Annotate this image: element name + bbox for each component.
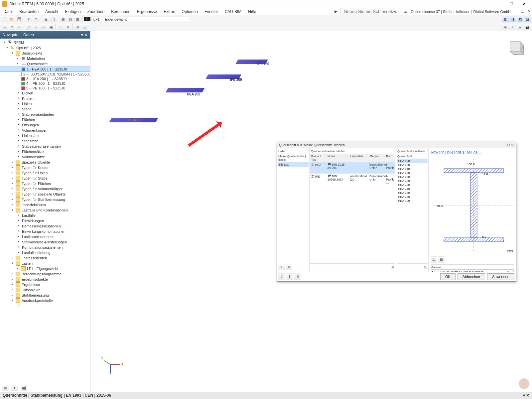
qs-item[interactable]: HEA 100 bbox=[397, 159, 428, 163]
tree-group[interactable]: Typen für Flächen bbox=[22, 182, 51, 186]
mdi-close-icon[interactable]: ✕ bbox=[528, 9, 531, 14]
tree-item[interactable]: Flächen bbox=[22, 118, 35, 122]
menu-hilfe[interactable]: Hilfe bbox=[246, 9, 258, 15]
tool-redo-icon[interactable]: ↷ bbox=[33, 16, 40, 23]
tree-tail-item[interactable]: Ergebnisobjekte bbox=[22, 277, 48, 281]
qs-item[interactable]: HEA 120 bbox=[397, 163, 428, 167]
tree-tail-item[interactable]: Hilfsobjekte bbox=[22, 288, 41, 292]
tree-group[interactable]: Typen für spezielle Objekte bbox=[22, 192, 66, 196]
tool-solid-icon[interactable]: ▣ bbox=[48, 24, 54, 31]
tool-grid-icon[interactable]: ▩ bbox=[74, 16, 81, 23]
tree-lasten[interactable]: Lasten bbox=[22, 261, 33, 265]
tree-model[interactable]: Opti.rf6* | 2025 bbox=[16, 46, 41, 50]
ok-button[interactable]: OK bbox=[440, 273, 456, 280]
tool-copy-icon[interactable]: 📋 bbox=[50, 16, 57, 23]
tree-item[interactable]: Stabsätze bbox=[22, 139, 38, 143]
tool-view3-icon[interactable]: ◩ bbox=[517, 16, 523, 23]
tool-moment-icon[interactable]: ↻ bbox=[65, 24, 71, 31]
tool-open-icon[interactable]: 📂 bbox=[9, 16, 15, 23]
tool-view1-icon[interactable]: ◧ bbox=[502, 16, 509, 23]
assistant-avatar[interactable] bbox=[518, 378, 530, 390]
tree-item[interactable]: Stabrepräsentanten bbox=[22, 112, 54, 116]
mdi-minimize-icon[interactable]: — bbox=[514, 10, 518, 14]
tool-member-icon[interactable]: ＝ bbox=[33, 24, 40, 31]
menu-datei[interactable]: Datei bbox=[1, 9, 15, 15]
dlg-qs-del-icon[interactable]: ✕ bbox=[424, 265, 427, 269]
viewport-3d[interactable]: HEA 300 HEA 200 IPE 200 IPE 180 XYZ -Y-X… bbox=[90, 31, 532, 392]
dlg-settings-icon[interactable]: ⚙ bbox=[294, 273, 301, 280]
menu-zuordnen[interactable]: Zuordnen bbox=[85, 9, 106, 15]
dlg-list-add-icon[interactable]: + bbox=[278, 264, 285, 270]
qs-item[interactable]: HEA 180 bbox=[397, 175, 428, 179]
tree-querschnitte[interactable]: Querschnitte bbox=[27, 62, 48, 66]
tree-group[interactable]: Typen für Stahlbemessung bbox=[22, 198, 65, 201]
menu-bearbeiten[interactable]: Bearbeiten bbox=[17, 9, 41, 15]
nav-eye-icon[interactable]: 👁 bbox=[11, 385, 18, 391]
tool-axes-icon[interactable]: ✛ bbox=[509, 24, 516, 31]
minimize-button[interactable]: — bbox=[493, 1, 505, 7]
dialog-grid-row[interactable]: 工 HEA 🏴 DIN 1025-3:1994-… Europäische Un… bbox=[310, 162, 395, 174]
tree-group[interactable]: Typen für Linien bbox=[22, 171, 48, 175]
tree-item[interactable]: Stäbe bbox=[22, 107, 32, 111]
tree-lf-item[interactable]: Einwirkungskombinationen bbox=[22, 229, 66, 233]
tool-scale-icon[interactable]: ⤢ bbox=[16, 24, 23, 31]
tree-lf-item[interactable]: Einwirkungen bbox=[22, 219, 44, 223]
dlg-list-del-icon[interactable]: ✕ bbox=[286, 264, 292, 270]
tree-lf1[interactable]: LF1 - Eigengewicht bbox=[27, 267, 58, 271]
tool-rotate-icon[interactable]: ⟳ bbox=[9, 24, 15, 31]
qs-item[interactable]: HEA 300 bbox=[397, 199, 428, 203]
search-input[interactable] bbox=[340, 8, 400, 15]
menu-ansicht[interactable]: Ansicht bbox=[43, 9, 60, 15]
tool-move-icon[interactable]: ↔ bbox=[1, 24, 8, 31]
tree-group[interactable]: Imperfektionen bbox=[22, 203, 46, 207]
menu-einfuegen[interactable]: Einfügen bbox=[63, 9, 82, 15]
tree-section-1[interactable]: 1 - HEA 300 | 1 - S235J0 bbox=[27, 67, 67, 71]
tree-section-5[interactable]: 5 - IPE 180 | 1 - S235J0 bbox=[26, 86, 65, 90]
tree-tail-item[interactable]: Ausdruckprotokolle bbox=[22, 299, 53, 303]
tree-group[interactable]: Typen für Knoten bbox=[22, 166, 50, 170]
panel-close-icon[interactable]: ✕ bbox=[526, 393, 529, 398]
tree-lf-item[interactable]: Lastfallbeziehung bbox=[22, 251, 51, 255]
tree-tail-item[interactable]: Stahlbemessung bbox=[22, 293, 49, 297]
tree-item[interactable]: Liniensätze bbox=[22, 134, 41, 138]
tool-results-icon[interactable]: 📊 bbox=[81, 24, 88, 31]
tree-item[interactable]: Volumenkörper bbox=[22, 128, 47, 132]
tree-lf-item[interactable]: Bemessungssituationen bbox=[22, 224, 61, 228]
tool-snap-icon[interactable]: ⊕ bbox=[502, 24, 509, 31]
tree-tail-item[interactable]: Berechnungsdiagramme bbox=[22, 272, 62, 276]
tree-tail-item[interactable]: Ergebnisse bbox=[22, 283, 40, 287]
qs-item[interactable]: HEA 260 bbox=[397, 191, 428, 195]
tree-item[interactable]: Flächensätze bbox=[22, 150, 44, 154]
qs-item[interactable]: HEA 240 bbox=[397, 187, 428, 191]
tree-lf-item[interactable]: Lastkombinationen bbox=[22, 235, 53, 239]
qs-item[interactable]: HEA 220 bbox=[397, 183, 428, 187]
view-cube[interactable]: -Y-X bbox=[505, 38, 525, 58]
tool-render-icon[interactable]: ▲ bbox=[517, 24, 523, 31]
tool-surface-icon[interactable]: ▱ bbox=[40, 24, 47, 31]
tree-lf-item[interactable]: Kombinationsassistenten bbox=[22, 245, 63, 249]
tree-group[interactable]: Typen für Volumenkörper bbox=[22, 187, 63, 191]
tool-layers-icon[interactable]: ▤ bbox=[67, 16, 73, 23]
tool-new-icon[interactable]: 📄 bbox=[1, 16, 8, 23]
mdi-restore-icon[interactable]: ❐ bbox=[521, 9, 524, 14]
tree-item[interactable]: Volumensätze bbox=[22, 155, 45, 159]
tool-camera-icon[interactable]: 📷 bbox=[524, 24, 531, 31]
tool-view4-icon[interactable]: ◪ bbox=[524, 16, 531, 23]
menu-ergebnisse[interactable]: Ergebnisse bbox=[135, 9, 159, 15]
dialog-list-item[interactable]: IPE List bbox=[278, 162, 309, 167]
tree-materialien[interactable]: Materialien bbox=[27, 57, 45, 61]
tree-item[interactable]: Stabsatzrepräsentanten bbox=[22, 144, 61, 148]
tree-item[interactable]: Linien bbox=[22, 102, 32, 106]
tool-force-icon[interactable]: ↓ bbox=[57, 24, 64, 31]
tool-table-icon[interactable]: ▦ bbox=[60, 16, 66, 23]
tree-item[interactable]: Öffnungen bbox=[22, 123, 39, 127]
dlg-help-icon[interactable]: ? bbox=[278, 273, 285, 280]
menu-optionen[interactable]: Optionen bbox=[180, 9, 200, 15]
dlg-info-icon[interactable]: ℹ bbox=[286, 273, 293, 280]
dialog-close-icon[interactable]: ✕ bbox=[511, 143, 514, 147]
load-case-name[interactable]: Eigengewicht bbox=[103, 17, 189, 22]
apply-button[interactable]: Anwenden bbox=[487, 273, 514, 280]
tree-lf-item[interactable]: Statikanalyse-Einstellungen bbox=[22, 240, 67, 244]
dlg-grid-del-icon[interactable]: ✕ bbox=[391, 265, 394, 269]
menu-fenster[interactable]: Fenster bbox=[202, 9, 220, 15]
